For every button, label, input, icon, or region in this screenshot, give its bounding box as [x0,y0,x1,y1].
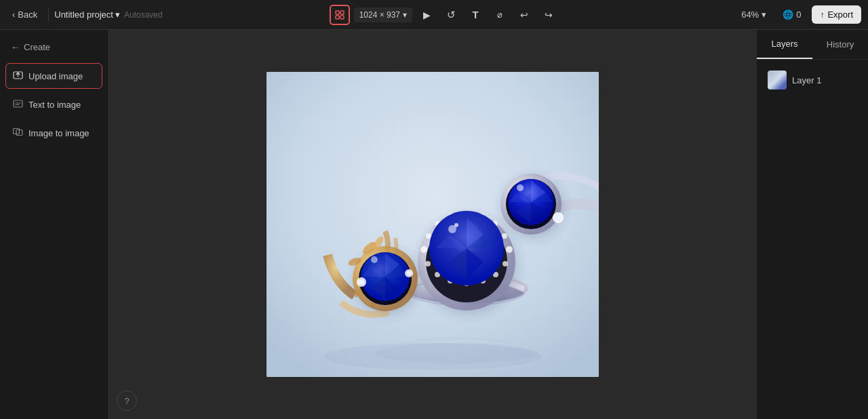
svg-point-61 [371,256,378,263]
svg-point-26 [425,261,431,266]
zoom-value: 64% [741,9,759,20]
select-tool-icon [334,9,345,20]
history-tab-label: History [827,39,854,49]
svg-rect-2 [336,16,339,19]
text-to-image-label: Text to image [28,100,81,110]
topbar-left: ‹ Back Untitled project ▾ Autosaved [7,7,163,22]
main-area: ← Create Upload image Text to image [0,30,868,419]
tab-history[interactable]: History [812,30,868,59]
zoom-button[interactable]: 64% ▾ [736,7,772,22]
layer-thumbnail [768,71,787,89]
play-icon: ▶ [423,9,431,20]
svg-rect-1 [340,11,344,14]
tab-layers[interactable]: Layers [757,30,812,59]
export-label: Export [827,9,853,20]
undo-button[interactable]: ↩ [514,5,534,25]
back-label: Back [18,9,37,20]
select-tool-button[interactable] [330,5,350,25]
export-icon: ↑ [820,10,824,20]
svg-point-19 [506,246,513,253]
text-tool-button[interactable]: T [465,5,486,25]
right-sidebar: Layers History Layer 1 [756,30,868,419]
svg-point-69 [375,343,538,363]
topbar-right: 64% ▾ 🌐 0 ↑ Export [726,5,861,24]
play-tool-button[interactable]: ▶ [416,5,437,25]
svg-point-27 [420,246,427,253]
sidebar-item-image-to-image[interactable]: Image to image [5,120,102,146]
help-icon: ? [124,396,129,406]
redo-button[interactable]: ↪ [538,5,559,25]
rotate-tool-button[interactable]: ↺ [441,5,461,25]
export-button[interactable]: ↑ Export [812,5,861,24]
undo-icon: ↩ [520,9,528,20]
link-tool-button[interactable]: ⌀ [490,5,510,25]
svg-point-65 [406,271,411,276]
topbar-divider [48,7,49,22]
dimensions-chevron-icon: ▾ [403,10,407,20]
list-item[interactable]: Layer 1 [762,66,863,94]
layers-tab-label: Layers [771,39,797,49]
project-name-text: Untitled project [54,9,113,20]
create-back-icon: ← [11,42,20,52]
svg-rect-6 [14,100,22,107]
svg-rect-0 [336,11,339,14]
create-label: Create [24,42,50,52]
project-name[interactable]: Untitled project ▾ [54,9,120,20]
topbar-center: 1024 × 937 ▾ ▶ ↺ T ⌀ ↩ ↪ [168,5,720,25]
layers-content: Layer 1 [757,60,868,100]
layer-label: Layer 1 [792,75,821,85]
svg-point-63 [359,279,364,285]
svg-point-20 [502,261,508,266]
dimensions-button[interactable]: 1024 × 937 ▾ [354,7,412,22]
canvas-image [267,72,599,377]
svg-rect-3 [340,16,344,19]
canvas-content [267,72,599,377]
back-button[interactable]: ‹ Back [7,7,43,22]
text-icon: T [472,9,478,20]
image-to-image-icon [13,127,23,139]
counter-value: 0 [796,9,801,20]
redo-icon: ↪ [545,9,553,20]
autosaved-status: Autosaved [124,10,163,20]
sidebar-header: ← Create [5,38,102,56]
project-chevron-icon: ▾ [115,9,120,20]
svg-point-28 [426,233,431,239]
image-to-image-label: Image to image [28,128,90,138]
link-icon: ⌀ [497,9,502,20]
svg-point-49 [517,184,524,191]
svg-point-51 [555,214,561,221]
svg-point-39 [454,223,458,227]
left-sidebar: ← Create Upload image Text to image [0,30,108,419]
upload-image-label: Upload image [28,71,83,81]
rotate-icon: ↺ [447,9,456,21]
topbar: ‹ Back Untitled project ▾ Autosaved 1024… [0,0,868,30]
jewelry-illustration [267,72,599,377]
canvas-area[interactable]: ? [108,30,756,419]
svg-point-18 [502,233,507,239]
dimensions-value: 1024 × 937 [359,10,400,20]
sidebar-item-text-to-image[interactable]: Text to image [5,92,102,117]
layer-thumb-image [768,71,787,89]
globe-icon: 🌐 [783,9,793,20]
text-to-image-icon [13,98,23,111]
counter-button[interactable]: 🌐 0 [777,7,806,22]
upload-image-icon [13,70,23,82]
sidebar-item-upload-image[interactable]: Upload image [5,63,102,89]
right-sidebar-header: Layers History [757,30,868,60]
zoom-chevron-icon: ▾ [762,9,766,20]
help-button[interactable]: ? [117,391,137,411]
back-chevron: ‹ [12,9,15,20]
